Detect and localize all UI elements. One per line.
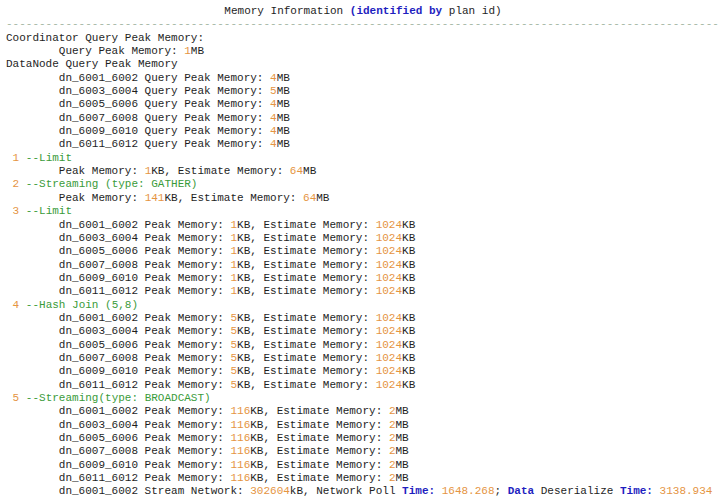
plan-node-memory-row: dn_6007_6008 Peak Memory: 5KB, Estimate … [6,352,720,365]
plan-node-memory-row: dn_6001_6002 Peak Memory: 1KB, Estimate … [6,219,720,232]
text-segment-plain [19,299,26,311]
text-segment-num: 4 [270,98,277,110]
text-segment-op: --Limit [26,205,72,217]
text-segment-plain: KB [402,232,415,244]
text-segment-sep: ----------------------------------------… [6,18,720,30]
plan-node-memory-row: dn_6011_6012 Peak Memory: 116KB, Estimat… [6,472,720,485]
text-segment-plain: Peak Memory: [6,165,145,177]
text-segment-plain: Deserialize [534,485,620,497]
text-segment-plain: KB, Estimate Memory: [237,219,376,231]
text-segment-num: 116 [230,432,250,444]
text-segment-num: 1024 [376,272,402,284]
text-segment-plain: dn_6001_6002 Peak Memory: [6,219,230,231]
text-segment-plain: dn_6001_6002 Query Peak Memory: [6,72,270,84]
text-segment-plain: KB [402,339,415,351]
text-segment-num: 4 [270,138,277,150]
text-segment-plain: KB, Estimate Memory: [237,325,376,337]
text-segment-plain: dn_6011_6012 Peak Memory: [6,379,230,391]
text-segment-plain: dn_6003_6004 Query Peak Memory: [6,85,270,97]
text-segment-kw: Data [508,485,534,497]
separator-line: ----------------------------------------… [6,18,720,31]
text-segment-num: 1024 [376,339,402,351]
text-segment-num: 1024 [376,352,402,364]
text-segment-plain: KB, Estimate Memory: [237,339,376,351]
plan-node-memory-row: dn_6007_6008 Peak Memory: 1KB, Estimate … [6,259,720,272]
text-segment-num: 1024 [376,259,402,271]
text-segment-num: 1024 [376,232,402,244]
text-segment-plain [19,205,26,217]
text-segment-num: 116 [230,445,250,457]
text-segment-plain: MB [395,459,408,471]
datanode-peak-row: dn_6001_6002 Query Peak Memory: 4MB [6,72,720,85]
text-segment-num: 64 [290,165,303,177]
text-segment-num: 1024 [376,219,402,231]
text-segment-num: 4 [270,125,277,137]
text-segment-num: 1648.268 [442,485,495,497]
text-segment-plain [6,299,13,311]
text-segment-op: --Streaming (type: GATHER) [26,178,198,190]
text-segment-plain: dn_6001_6002 Peak Memory: [6,312,230,324]
text-segment-num: 141 [145,192,165,204]
plan-node-memory-row: dn_6003_6004 Peak Memory: 1KB, Estimate … [6,232,720,245]
text-segment-plain [19,392,26,404]
text-segment-plain: MB [395,419,408,431]
text-segment-plain: KB [402,325,415,337]
text-segment-plain: dn_6003_6004 Peak Memory: [6,325,230,337]
title-line: Memory Information (identified by plan i… [6,5,720,18]
text-segment-plain: dn_6009_6010 Query Peak Memory: [6,125,270,137]
plan-node-header: 1 --Limit [6,152,720,165]
text-segment-plain: KB, Estimate Memory: [164,192,303,204]
text-segment-plain: dn_6005_6006 Peak Memory: [6,432,230,444]
text-segment-plain [6,392,13,404]
text-segment-plain: dn_6007_6008 Peak Memory: [6,259,230,271]
text-segment-plain: KB, Estimate Memory: [237,379,376,391]
text-segment-plain: dn_6001_6002 Stream Network: [6,485,250,497]
text-segment-plain: dn_6007_6008 Peak Memory: [6,445,230,457]
text-segment-plain: KB, Estimate Memory: [237,365,376,377]
text-segment-plain: KB, Estimate Memory: [250,472,389,484]
datanode-peak-header: DataNode Query Peak Memory [6,58,720,71]
plan-node-memory-row: dn_6001_6002 Peak Memory: 5KB, Estimate … [6,312,720,325]
text-segment-plain: KB [402,259,415,271]
text-segment-plain: dn_6001_6002 Peak Memory: [6,405,230,417]
text-segment-plain: MB [277,72,290,84]
plan-node-header: 3 --Limit [6,205,720,218]
text-segment-plain: KB, Estimate Memory: [250,459,389,471]
text-segment-plain: MB [277,125,290,137]
coordinator-peak-header: Coordinator Query Peak Memory: [6,32,720,45]
text-segment-plain: dn_6009_6010 Peak Memory: [6,459,230,471]
text-segment-num: 4 [270,72,277,84]
console-output: Memory Information (identified by plan i… [6,5,720,499]
text-segment-plain [19,152,26,164]
text-segment-plain: dn_6011_6012 Peak Memory: [6,285,230,297]
text-segment-plain: dn_6005_6006 Query Peak Memory: [6,98,270,110]
text-segment-plain: KB, Estimate Memory: [237,312,376,324]
text-segment-num: 116 [230,472,250,484]
text-segment-plain: MB [277,112,290,124]
text-segment-plain: KB [402,285,415,297]
plan-node-memory-row: dn_6009_6010 Peak Memory: 1KB, Estimate … [6,272,720,285]
text-segment-plain: dn_6007_6008 Query Peak Memory: [6,112,270,124]
text-segment-plain: dn_6011_6012 Query Peak Memory: [6,138,270,150]
text-segment-plain: ; [495,485,508,497]
text-segment-plain: dn_6005_6006 Peak Memory: [6,245,230,257]
text-segment-plain: MB [303,165,316,177]
plan-node-memory-row: Peak Memory: 141KB, Estimate Memory: 64M… [6,192,720,205]
plan-node-memory-row: dn_6005_6006 Peak Memory: 1KB, Estimate … [6,245,720,258]
text-segment-num: 64 [303,192,316,204]
text-segment-plain [19,178,26,190]
text-segment-num: 116 [230,419,250,431]
text-segment-op: --Hash Join (5,8) [26,299,138,311]
plan-node-memory-row: dn_6007_6008 Peak Memory: 116KB, Estimat… [6,445,720,458]
plan-node-memory-row: dn_6005_6006 Peak Memory: 5KB, Estimate … [6,339,720,352]
plan-node-memory-row: dn_6011_6012 Peak Memory: 1KB, Estimate … [6,285,720,298]
text-segment-plain: MB [277,138,290,150]
text-segment-plain: MB [191,45,204,57]
text-segment-op: --Streaming(type: BROADCAST) [26,392,211,404]
text-segment-plain: dn_6011_6012 Peak Memory: [6,472,230,484]
text-segment-num: 4 [270,112,277,124]
plan-node-memory-row: Peak Memory: 1KB, Estimate Memory: 64MB [6,165,720,178]
text-segment-num: 116 [230,405,250,417]
coordinator-peak-value: Query Peak Memory: 1MB [6,45,720,58]
text-segment-num: 1024 [376,245,402,257]
